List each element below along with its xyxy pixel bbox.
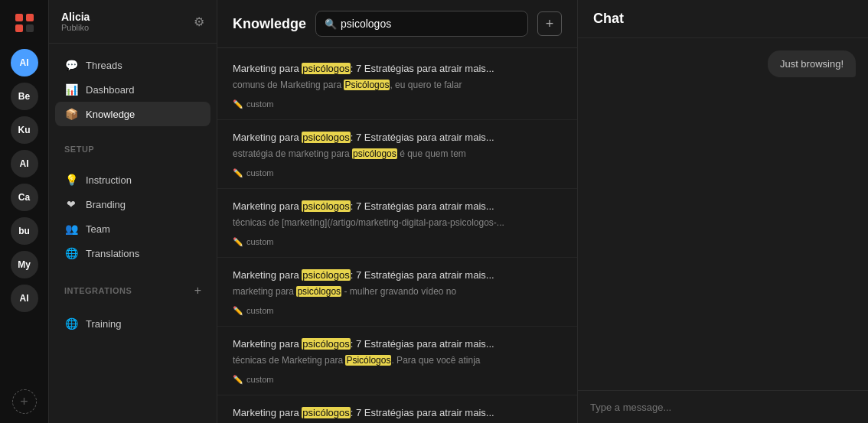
highlight-title: psicólogos: [302, 269, 350, 281]
highlight-desc: Psicólogos: [344, 80, 390, 90]
result-tag: ✏️custom: [233, 306, 273, 316]
nav-item-training[interactable]: 🌐 Training: [55, 311, 210, 336]
results-list: Marketing para psicólogos: 7 Estratégias…: [217, 48, 577, 423]
nav-item-instruction[interactable]: 💡 Instruction: [55, 168, 210, 192]
training-label: Training: [86, 318, 121, 330]
highlight-desc: psicólogos: [352, 148, 397, 159]
result-tag: ✏️custom: [233, 168, 273, 178]
avatar-column: AI Be Ku AI Ca bu My AI +: [0, 0, 49, 423]
avatar-ai-3[interactable]: AI: [11, 285, 38, 312]
result-tag: ✏️custom: [233, 375, 273, 385]
main-content: Knowledge 🔍 + Marketing para psicólogos:…: [217, 0, 577, 423]
tag-label: custom: [246, 306, 273, 315]
dashboard-icon: 📊: [64, 83, 78, 96]
result-item[interactable]: Marketing para psicólogos: 7 Estratégias…: [217, 189, 577, 258]
nav-item-dashboard[interactable]: 📊 Dashboard: [55, 77, 210, 102]
sidebar: Alicia Publiko ⚙ 💬 Threads 📊 Dashboard 📦…: [49, 0, 217, 423]
add-knowledge-button[interactable]: +: [537, 11, 562, 36]
result-title: Marketing para psicólogos: 7 Estratégias…: [233, 200, 562, 213]
result-title: Marketing para psicólogos: 7 Estratégias…: [233, 62, 562, 76]
search-container: 🔍: [315, 11, 528, 37]
nav-item-team[interactable]: 👥 Team: [55, 216, 210, 241]
nav-item-threads[interactable]: 💬 Threads: [55, 53, 210, 77]
tag-label: custom: [246, 237, 273, 246]
avatar-be[interactable]: Be: [11, 83, 38, 110]
setup-navigation: 💡 Instruction ❤ Branding 👥 Team 🌐 Transl…: [49, 158, 217, 275]
avatar-my[interactable]: My: [11, 251, 38, 278]
result-tag: ✏️custom: [233, 237, 273, 247]
add-integration-button[interactable]: +: [194, 284, 201, 298]
result-title: Marketing para psicólogos: 7 Estratégias…: [233, 337, 562, 351]
knowledge-icon: 📦: [64, 108, 78, 120]
threads-icon: 💬: [64, 59, 78, 71]
result-item[interactable]: Marketing para psicólogos: 7 Estratégias…: [217, 327, 577, 395]
add-workspace-button[interactable]: +: [12, 389, 37, 414]
highlight-title: psicólogos: [302, 407, 350, 418]
avatar-ai-1[interactable]: AI: [11, 49, 38, 76]
avatar-ai-2[interactable]: AI: [11, 150, 38, 177]
nav-item-branding[interactable]: ❤ Branding: [55, 192, 210, 216]
instruction-icon: 💡: [64, 174, 78, 186]
integrations-header: Integrations +: [49, 275, 217, 302]
team-icon: 👥: [64, 223, 78, 235]
page-title: Knowledge: [233, 16, 306, 32]
integrations-label: Integrations: [64, 286, 132, 295]
translations-label: Translations: [86, 248, 139, 259]
tag-label: custom: [246, 99, 273, 109]
result-title: Marketing para psicólogos: 7 Estratégias…: [233, 268, 562, 282]
nav-item-translations[interactable]: 🌐 Translations: [55, 241, 210, 265]
highlight-title: psicólogos: [302, 63, 350, 74]
branding-label: Branding: [86, 199, 126, 210]
custom-icon: ✏️: [233, 168, 243, 178]
svg-rect-1: [26, 14, 34, 21]
dashboard-label: Dashboard: [86, 84, 135, 96]
sidebar-navigation: 💬 Threads 📊 Dashboard 📦 Knowledge: [49, 44, 217, 135]
chat-panel: Chat Just browsing!: [577, 0, 868, 423]
settings-gear-icon[interactable]: ⚙: [194, 15, 204, 29]
chat-body: Just browsing!: [578, 38, 868, 390]
knowledge-label: Knowledge: [86, 109, 135, 120]
svg-rect-3: [26, 24, 34, 32]
svg-rect-2: [15, 24, 23, 32]
result-desc: técnicas de [marketing](/artigo/marketin…: [233, 216, 562, 229]
search-input[interactable]: [315, 11, 528, 37]
svg-rect-0: [15, 14, 23, 21]
avatar-bu[interactable]: bu: [11, 217, 38, 245]
chat-input[interactable]: [590, 402, 856, 413]
result-item[interactable]: Marketing para psicólogos: 7 Estratégias…: [217, 258, 577, 327]
user-info: Alicia Publiko: [61, 11, 90, 32]
avatar-ca[interactable]: Ca: [11, 184, 38, 211]
highlight-desc: Psicólogos: [345, 355, 391, 366]
nav-item-knowledge[interactable]: 📦 Knowledge: [55, 102, 210, 126]
highlight-desc: psicólogos: [296, 286, 341, 297]
avatar-ku[interactable]: Ku: [11, 116, 38, 144]
chat-bubble: Just browsing!: [768, 50, 856, 77]
team-label: Team: [86, 223, 110, 235]
app-logo[interactable]: [11, 9, 38, 37]
result-item[interactable]: Marketing para psicólogos: 7 Estratégias…: [217, 120, 577, 189]
custom-icon: ✏️: [233, 375, 243, 385]
custom-icon: ✏️: [233, 237, 243, 247]
threads-label: Threads: [86, 60, 122, 71]
chat-input-area: [578, 390, 868, 423]
highlight-title: psicólogos: [302, 132, 350, 143]
tag-label: custom: [246, 168, 273, 177]
user-name: Alicia: [61, 11, 90, 23]
result-tag: ✏️custom: [233, 99, 273, 109]
result-item[interactable]: Marketing para psicólogos: 7 Estratégias…: [217, 51, 577, 120]
integrations-navigation: 🌐 Training: [49, 302, 217, 345]
result-item[interactable]: Marketing para psicólogos: 7 Estratégias…: [217, 395, 577, 423]
sidebar-user-section: Alicia Publiko ⚙: [49, 0, 217, 44]
highlight-title: psicólogos: [302, 338, 350, 350]
instruction-label: Instruction: [86, 174, 132, 186]
result-desc: estratégia de marketing para psicólogos …: [233, 148, 562, 161]
setup-section-label: Setup: [49, 135, 217, 158]
custom-icon: ✏️: [233, 99, 243, 109]
training-icon: 🌐: [64, 317, 78, 330]
tag-label: custom: [246, 375, 273, 384]
chat-title: Chat: [578, 0, 868, 38]
translations-icon: 🌐: [64, 247, 78, 259]
result-title: Marketing para psicólogos: 7 Estratégias…: [233, 406, 562, 420]
main-header: Knowledge 🔍 +: [217, 0, 577, 48]
user-workspace: Publiko: [61, 23, 90, 32]
